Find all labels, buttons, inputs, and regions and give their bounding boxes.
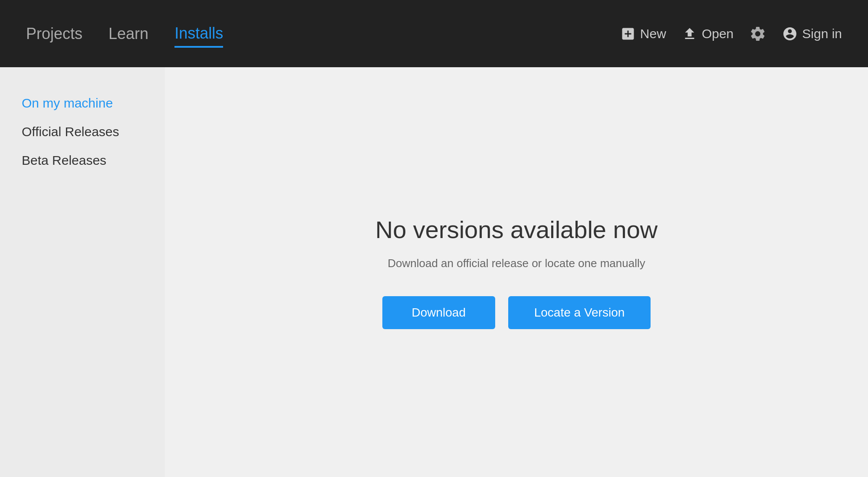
new-label: New (640, 26, 666, 41)
open-label: Open (702, 26, 733, 41)
nav-learn[interactable]: Learn (108, 20, 148, 47)
open-action[interactable]: Open (682, 26, 733, 42)
nav-right: New Open Sign in (620, 25, 842, 42)
button-group: Download Locate a Version (375, 296, 658, 329)
new-action[interactable]: New (620, 26, 666, 42)
page-title: No versions available now (375, 216, 658, 244)
page-subtitle: Download an official release or locate o… (375, 257, 658, 270)
nav-left: Projects Learn Installs (26, 20, 620, 48)
gear-icon (749, 25, 766, 42)
navbar: Projects Learn Installs New Open Sign in (0, 0, 868, 67)
main-layout: On my machine Official Releases Beta Rel… (0, 67, 868, 477)
sidebar-item-beta-releases[interactable]: Beta Releases (22, 146, 143, 175)
account-icon (782, 26, 798, 42)
locate-version-button[interactable]: Locate a Version (508, 296, 651, 329)
sidebar-item-on-my-machine[interactable]: On my machine (22, 89, 143, 118)
content-inner: No versions available now Download an of… (375, 216, 658, 329)
sidebar-item-official-releases[interactable]: Official Releases (22, 118, 143, 146)
settings-action[interactable] (749, 25, 766, 42)
content-area: No versions available now Download an of… (165, 67, 868, 477)
nav-projects[interactable]: Projects (26, 20, 82, 47)
nav-installs[interactable]: Installs (174, 20, 223, 48)
open-icon (682, 26, 697, 42)
signin-label: Sign in (802, 26, 842, 41)
signin-action[interactable]: Sign in (782, 26, 842, 42)
download-button[interactable]: Download (382, 296, 495, 329)
sidebar: On my machine Official Releases Beta Rel… (0, 67, 165, 477)
new-icon (620, 26, 636, 42)
